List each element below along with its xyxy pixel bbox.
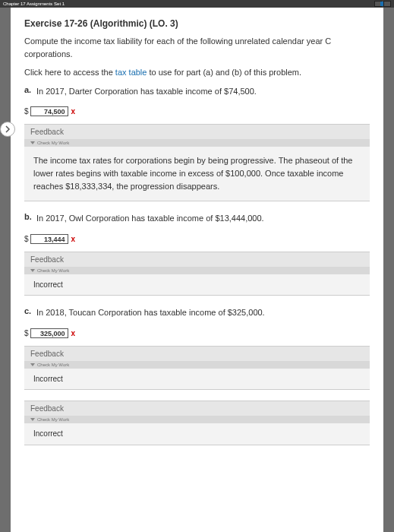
feedback-heading: Feedback: [24, 252, 370, 267]
wrong-icon: x: [71, 107, 76, 116]
toolbar-button-2[interactable]: [383, 1, 391, 7]
tax-table-link[interactable]: tax table: [115, 68, 147, 77]
caret-down-icon: [30, 363, 35, 366]
feedback-a: Feedback Check My Work The income tax ra…: [24, 124, 370, 201]
feedback-heading: Feedback: [24, 346, 370, 361]
feedback-b: Feedback Check My Work Incorrect: [24, 252, 370, 296]
answer-input-a[interactable]: 74,500: [30, 106, 68, 116]
check-my-work-label: Check My Work: [37, 363, 69, 367]
answer-b: $ 13,444 x: [24, 234, 370, 244]
caret-down-icon: [30, 141, 35, 144]
answer-a: $ 74,500 x: [24, 106, 370, 116]
caret-down-icon: [30, 269, 35, 272]
feedback-text-b: Incorrect: [24, 274, 370, 296]
tax-table-sentence: Click here to access the tax table to us…: [24, 66, 370, 79]
caret-down-icon: [30, 418, 35, 421]
answer-input-b[interactable]: 13,444: [30, 234, 68, 244]
question-text-a: In 2017, Darter Corporation has taxable …: [36, 85, 257, 98]
question-letter-b: b.: [24, 212, 36, 221]
feedback-heading: Feedback: [24, 401, 370, 416]
exercise-intro: Compute the income tax liability for eac…: [24, 35, 370, 60]
question-text-c: In 2018, Toucan Corporation has taxable …: [36, 306, 265, 319]
dollar-sign: $: [24, 107, 29, 116]
page-content: Exercise 17-26 (Algorithmic) (LO. 3) Com…: [11, 8, 383, 532]
check-my-work-bar[interactable]: Check My Work: [24, 416, 370, 423]
feedback-c2: Feedback Check My Work Incorrect: [24, 401, 370, 445]
expand-sidebar-button[interactable]: [0, 122, 15, 137]
check-my-work-label: Check My Work: [37, 268, 69, 273]
feedback-text-c1: Incorrect: [24, 369, 370, 391]
wrong-icon: x: [71, 235, 76, 243]
dollar-sign: $: [24, 329, 29, 337]
app-topbar: Chapter 17 Assignments Set 1: [0, 0, 394, 8]
exercise-title: Exercise 17-26 (Algorithmic) (LO. 3): [24, 18, 370, 29]
feedback-heading: Feedback: [24, 124, 370, 139]
answer-input-c[interactable]: 325,000: [30, 328, 68, 338]
question-letter-a: a.: [24, 85, 36, 94]
feedback-text-a: The income tax rates for corporations be…: [24, 147, 370, 201]
question-a: a. In 2017, Darter Corporation has taxab…: [24, 85, 370, 104]
check-my-work-bar[interactable]: Check My Work: [24, 267, 370, 274]
check-my-work-label: Check My Work: [37, 141, 69, 145]
answer-c: $ 325,000 x: [24, 328, 370, 338]
feedback-text-c2: Incorrect: [24, 423, 370, 445]
indicator-icon: [380, 2, 383, 6]
question-b: b. In 2017, Owl Corporation has taxable …: [24, 212, 370, 231]
feedback-c1: Feedback Check My Work Incorrect: [24, 346, 370, 391]
breadcrumbs: Chapter 17 Assignments Set 1: [3, 2, 65, 6]
question-letter-c: c.: [24, 306, 36, 315]
check-my-work-bar[interactable]: Check My Work: [24, 361, 370, 369]
question-c: c. In 2018, Toucan Corporation has taxab…: [24, 306, 370, 325]
check-my-work-bar[interactable]: Check My Work: [24, 139, 370, 147]
dollar-sign: $: [24, 235, 29, 243]
check-my-work-label: Check My Work: [37, 417, 69, 422]
wrong-icon: x: [71, 329, 76, 337]
chevron-right-icon: [4, 125, 11, 133]
question-text-b: In 2017, Owl Corporation has taxable inc…: [36, 212, 264, 225]
